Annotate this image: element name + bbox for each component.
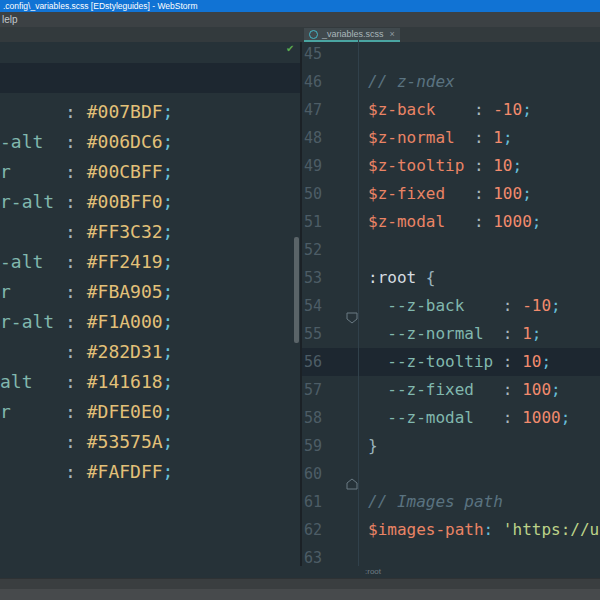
tab-close-icon[interactable]: × xyxy=(390,29,395,39)
code-token-num: 1 xyxy=(493,128,503,147)
code-token-semi: ; xyxy=(532,212,542,231)
left-code-line[interactable]: r-alt : #00BFF0; xyxy=(0,187,300,217)
code-token-plain xyxy=(368,380,387,399)
line-number[interactable]: 58 xyxy=(302,404,354,432)
left-editor-scrollbar-thumb[interactable] xyxy=(294,237,299,343)
line-number[interactable]: 56 xyxy=(302,348,354,376)
inspections-ok-icon[interactable]: ✔ xyxy=(286,42,294,56)
code-token-comment: // z-ndex xyxy=(368,72,455,91)
line-number[interactable]: 59 xyxy=(302,432,354,460)
code-token-comment: // Images path xyxy=(368,492,503,511)
variable-name-fragment: r xyxy=(0,161,65,182)
colon: : xyxy=(65,131,87,152)
code-token-colon: : xyxy=(455,128,494,147)
code-token-semi: ; xyxy=(503,128,513,147)
code-line[interactable]: $z-tooltip : 10; xyxy=(368,152,522,180)
hex-color-value: #53575A xyxy=(87,431,163,452)
code-token-plain xyxy=(368,352,387,371)
line-number[interactable]: 45 xyxy=(302,40,354,68)
semicolon: ; xyxy=(163,371,174,392)
semicolon: ; xyxy=(163,311,174,332)
line-number[interactable]: 52 xyxy=(302,236,354,264)
colon: : xyxy=(65,461,87,482)
code-token-prop: --z-fixed xyxy=(387,380,474,399)
code-line[interactable]: $z-modal : 1000; xyxy=(368,208,541,236)
code-line[interactable]: $images-path: 'https://u xyxy=(368,516,599,544)
left-code-line[interactable]: : #282D31; xyxy=(0,337,300,367)
left-code-line[interactable]: : #FF3C32; xyxy=(0,217,300,247)
code-token-colon: : xyxy=(445,212,493,231)
menu-item-help[interactable]: lelp xyxy=(0,12,18,27)
code-line[interactable]: $z-back : -10; xyxy=(368,96,532,124)
code-token-num: -10 xyxy=(522,296,551,315)
code-line[interactable]: --z-modal : 1000; xyxy=(368,404,570,432)
line-number[interactable]: 47 xyxy=(302,96,354,124)
window-title: .config\_variables.scss [EDstyleguides] … xyxy=(3,1,197,11)
line-number[interactable]: 61 xyxy=(302,488,354,516)
left-editor-pane[interactable]: : #007BDF;-alt : #006DC6;r : #00CBFF;r-a… xyxy=(0,42,300,578)
hex-color-value: #FBA905 xyxy=(87,281,163,302)
editor-split-area: : #007BDF;-alt : #006DC6;r : #00CBFF;r-a… xyxy=(0,42,600,578)
left-code-line[interactable]: r : #00CBFF; xyxy=(0,157,300,187)
semicolon: ; xyxy=(163,281,174,302)
code-token-colon: : xyxy=(464,296,522,315)
left-code-line[interactable]: alt : #141618; xyxy=(0,367,300,397)
left-code-line[interactable]: -alt : #006DC6; xyxy=(0,127,300,157)
line-number[interactable]: 55 xyxy=(302,320,354,348)
code-line[interactable]: --z-fixed : 100; xyxy=(368,376,561,404)
fold-open-icon[interactable] xyxy=(346,312,358,324)
line-number[interactable]: 50 xyxy=(302,180,354,208)
left-code-line[interactable]: r : #FBA905; xyxy=(0,277,300,307)
code-line[interactable]: --z-back : -10; xyxy=(368,292,561,320)
line-number[interactable]: 62 xyxy=(302,516,354,544)
left-code-line[interactable]: r : #DFE0E0; xyxy=(0,397,300,427)
code-line[interactable]: $z-normal : 1; xyxy=(368,124,513,152)
hex-color-value: #FAFDFF xyxy=(87,461,163,482)
code-line[interactable]: --z-normal : 1; xyxy=(368,320,541,348)
colon: : xyxy=(65,371,87,392)
webstorm-window: .config\_variables.scss [EDstyleguides] … xyxy=(0,0,600,600)
code-line[interactable]: $z-fixed : 100; xyxy=(368,180,532,208)
code-token-var: $z-tooltip xyxy=(368,156,464,175)
line-number[interactable]: 49 xyxy=(302,152,354,180)
left-code-line[interactable]: : #FAFDFF; xyxy=(0,457,300,487)
code-token-plain xyxy=(416,268,426,287)
breadcrumb-root[interactable]: :root xyxy=(365,566,381,578)
line-number[interactable]: 48 xyxy=(302,124,354,152)
code-token-semi: ; xyxy=(561,408,571,427)
code-line[interactable]: // z-ndex xyxy=(368,68,455,96)
code-line[interactable]: --z-tooltip : 10; xyxy=(368,348,551,376)
code-token-num: 100 xyxy=(522,380,551,399)
line-number[interactable]: 46 xyxy=(302,68,354,96)
code-line[interactable]: :root { xyxy=(368,264,435,292)
code-line[interactable]: } xyxy=(368,432,378,460)
code-line[interactable]: // Images path xyxy=(368,488,503,516)
semicolon: ; xyxy=(163,401,174,422)
line-number[interactable]: 63 xyxy=(302,544,354,566)
variable-name-fragment xyxy=(0,101,65,122)
semicolon: ; xyxy=(163,341,174,362)
semicolon: ; xyxy=(163,101,174,122)
hex-color-value: #DFE0E0 xyxy=(87,401,163,422)
left-code-line[interactable]: : #53575A; xyxy=(0,427,300,457)
code-token-num: 10 xyxy=(522,352,541,371)
semicolon: ; xyxy=(163,431,174,452)
left-code-line[interactable]: r-alt : #F1A000; xyxy=(0,307,300,337)
code-token-colon: : xyxy=(493,352,522,371)
right-editor-pane[interactable]: 45464748495051525354555657585960616263 /… xyxy=(302,40,600,566)
line-number[interactable]: 51 xyxy=(302,208,354,236)
code-token-colon: : xyxy=(474,408,522,427)
line-number[interactable]: 53 xyxy=(302,264,354,292)
hex-color-value: #006DC6 xyxy=(87,131,163,152)
variable-name-fragment xyxy=(0,431,65,452)
variable-name-fragment: r-alt xyxy=(0,191,65,212)
taskbar-strip xyxy=(0,589,600,600)
code-token-semi: ; xyxy=(532,324,542,343)
hex-color-value: #FF3C32 xyxy=(87,221,163,242)
status-bar xyxy=(0,578,600,589)
left-code-line[interactable]: : #007BDF; xyxy=(0,97,300,127)
left-code-line[interactable]: -alt : #FF2419; xyxy=(0,247,300,277)
fold-close-icon[interactable] xyxy=(346,478,358,490)
code-token-plain xyxy=(368,324,387,343)
line-number[interactable]: 57 xyxy=(302,376,354,404)
